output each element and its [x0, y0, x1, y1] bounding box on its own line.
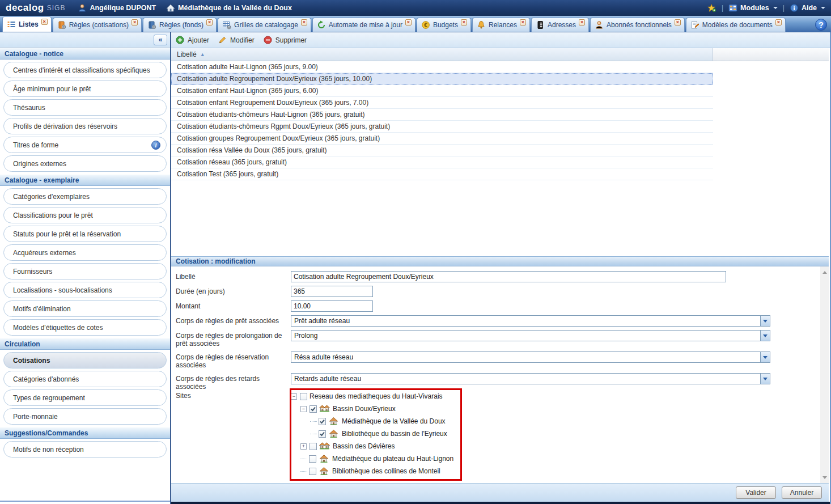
corps-de-regles-des-retards-associees-select[interactable]: Retards adulte réseau	[291, 373, 770, 384]
sidebar-item-origines-externes[interactable]: Origines externes	[3, 155, 167, 172]
add-icon	[176, 36, 185, 45]
table-row[interactable]: Cotisation enfant Haut-Lignon (365 jours…	[171, 85, 713, 97]
abonnes-icon	[595, 20, 604, 29]
sidebar-item-titres-de-forme[interactable]: Titres de formei	[3, 137, 167, 153]
collapse-node-icon[interactable]: −	[291, 393, 297, 400]
sidebar-item-profils-de-derivation-des-reservoirs[interactable]: Profils de dérivation des réservoirs	[3, 118, 167, 134]
sidebar-item-localisations-sous-localisations[interactable]: Localisations - sous-localisations	[3, 282, 167, 298]
sidebar-item-cotisations[interactable]: Cotisations	[3, 352, 167, 369]
sidebar-item-age-minimum-pour-le-pret[interactable]: Âge minimum pour le prêt	[3, 81, 167, 97]
libelle-input[interactable]	[291, 271, 726, 282]
tab-regles-fonds[interactable]: Règles (fonds)×	[143, 18, 217, 32]
supprimer-button[interactable]: Supprimer	[264, 36, 307, 45]
sidebar-item-categories-d-abonnes[interactable]: Catégories d'abonnés	[3, 371, 167, 387]
favorites-star-icon[interactable]	[707, 3, 716, 12]
dropdown-arrow-icon[interactable]	[760, 374, 770, 384]
sidebar-item-classifications-pour-le-pret[interactable]: Classifications pour le prêt	[3, 207, 167, 223]
tab-listes[interactable]: Listes×	[2, 16, 52, 32]
corps-de-regles-de-prolongation-de-pret-associees-select[interactable]: Prolong	[291, 330, 770, 341]
column-header-libelle[interactable]: Libellé ▲	[171, 48, 713, 61]
sidebar-item-categories-d-exemplaires[interactable]: Catégories d'exemplaires	[3, 188, 167, 205]
sidebar-item-types-de-regroupement[interactable]: Types de regroupement	[3, 389, 167, 406]
sidebar-item-porte-monnaie[interactable]: Porte-monnaie	[3, 408, 167, 425]
sidebar-item-label: Localisations - sous-localisations	[13, 286, 112, 294]
reseau-des-mediatheques-du-haut-vivarais-checkbox[interactable]	[300, 393, 307, 400]
modules-menu[interactable]: Modules	[728, 3, 778, 12]
tab-close-icon[interactable]: ×	[675, 19, 681, 26]
ajouter-button[interactable]: Ajouter	[176, 36, 209, 45]
tab-close-icon[interactable]: ×	[206, 19, 213, 26]
dropdown-arrow-icon[interactable]	[760, 316, 770, 326]
dropdown-arrow-icon[interactable]	[760, 352, 770, 362]
dropdown-arrow-icon[interactable]	[760, 331, 770, 341]
sidebar-item-statuts-pour-le-pret-et-la-reservation[interactable]: Statuts pour le prêt et la réservation	[3, 226, 167, 242]
sidebar-item-centres-d-interet-et-classifications-specifiques[interactable]: Centres d'intérêt et classifications spé…	[3, 62, 167, 78]
tab-relances[interactable]: Relances×	[472, 18, 530, 32]
help-button[interactable]: ?	[815, 19, 827, 31]
current-user[interactable]: Angélique DUPONT	[78, 3, 156, 12]
current-site[interactable]: Médiathèque de la Vallée du Doux	[166, 3, 292, 12]
tab-close-icon[interactable]: ×	[405, 19, 412, 26]
bassin-doux-eyrieux-checkbox[interactable]	[309, 405, 317, 413]
table-row[interactable]: Cotisation adulte Regroupement Doux/Eyri…	[171, 73, 713, 85]
table-row[interactable]: Cotisation adulte Haut-Lignon (365 jours…	[171, 61, 713, 73]
table-row[interactable]: Cotisation groupes Regroupement Doux/Eyr…	[171, 133, 713, 145]
tab-close-icon[interactable]: ×	[520, 19, 526, 26]
sidebar-item-motifs-d-elimination[interactable]: Motifs d'élimination	[3, 300, 167, 317]
table-row[interactable]: Cotisation résa Vallée du Doux (365 jour…	[171, 145, 713, 156]
form-scrollbar[interactable]	[820, 266, 829, 483]
valider-button[interactable]: Valider	[736, 486, 776, 499]
mediatheque-du-plateau-du-haut-lignon-checkbox[interactable]	[309, 455, 316, 463]
tab-label: Automate de mise à jour	[329, 21, 402, 29]
table-row[interactable]: Cotisation réseau (365 jours, gratuit)	[171, 156, 713, 168]
libelle-field-row: Libellé	[176, 271, 726, 282]
sidebar-item-modeles-d-etiquettes-de-cotes[interactable]: Modèles d'étiquettes de cotes	[3, 319, 167, 336]
collapse-node-icon[interactable]: −	[300, 406, 307, 412]
tab-adresses[interactable]: Adresses×	[531, 18, 589, 32]
table-row[interactable]: Cotisation enfant Regroupement Doux/Eyri…	[171, 97, 713, 109]
info-icon[interactable]: i	[151, 141, 160, 150]
sidebar-item-acquereurs-externes[interactable]: Acquéreurs externes	[3, 244, 167, 261]
tab-label: Adresses	[548, 21, 576, 29]
tab-budgets[interactable]: €Budgets×	[417, 18, 471, 32]
corps-de-regles-de-pret-associees-select[interactable]: Prêt adulte réseau	[291, 315, 770, 327]
annuler-button[interactable]: Annuler	[782, 486, 822, 499]
table-row[interactable]: Cotisation étudiants-chômeurs Rgpmt Doux…	[171, 121, 713, 133]
budgets-icon: €	[421, 20, 430, 29]
tab-automate-de-mise-a-jour[interactable]: Automate de mise à jour×	[312, 18, 416, 32]
tab-close-icon[interactable]: ×	[132, 19, 138, 26]
tab-abonnes-fonctionnels[interactable]: Abonnés fonctionnels×	[590, 18, 685, 32]
bottom-strip	[171, 502, 831, 504]
table-row[interactable]: Cotisation Test (365 jours, gratuit)	[171, 168, 713, 180]
sidebar-item-label: Catégories d'abonnés	[13, 375, 79, 383]
tab-close-icon[interactable]: ×	[461, 19, 467, 26]
tab-close-icon[interactable]: ×	[41, 19, 48, 25]
expand-node-icon[interactable]: +	[300, 443, 307, 450]
column-header-label: Libellé	[177, 50, 197, 58]
sidebar-item-fournisseurs[interactable]: Fournisseurs	[3, 263, 167, 279]
tool-button-label: Modifier	[230, 36, 255, 44]
table-row[interactable]: Cotisation étudiants-chômeurs Haut-Ligno…	[171, 109, 713, 121]
montant-input[interactable]	[291, 300, 373, 312]
sidebar-item-thesaurus[interactable]: Thésaurus	[3, 99, 167, 116]
sidebar-item-motifs-de-non-reception[interactable]: Motifs de non réception	[3, 441, 167, 458]
tree-node-mediatheque-de-la-vallee-du-doux: Médiathèque de la Vallée du Doux	[291, 415, 453, 427]
scroll-up-icon[interactable]	[820, 268, 829, 277]
sidebar-collapse-button[interactable]: «	[154, 35, 167, 45]
tab-regles-cotisations[interactable]: Règles (cotisations)×	[53, 18, 142, 32]
corps-de-regles-de-reservation-associees-select[interactable]: Résa adulte réseau	[291, 351, 770, 363]
modifier-button[interactable]: Modifier	[218, 36, 255, 45]
mediatheque-de-la-vallee-du-doux-checkbox[interactable]	[319, 418, 326, 425]
bibliotheque-des-collines-de-monteil-checkbox[interactable]	[309, 468, 316, 475]
tab-grilles-de-catalogage[interactable]: Grilles de catalogage×	[218, 18, 311, 32]
tab-close-icon[interactable]: ×	[775, 19, 782, 26]
scroll-down-icon[interactable]	[820, 473, 829, 482]
bibliotheque-du-bassin-de-l-eyrieux-checkbox[interactable]	[319, 430, 326, 438]
tab-modeles-de-documents[interactable]: Modèles de documents×	[686, 18, 786, 32]
bassin-des-devieres-checkbox[interactable]	[309, 443, 317, 450]
form-panel-title: Cotisation : modification	[171, 256, 829, 266]
aide-menu[interactable]: Aide	[790, 3, 825, 12]
tab-close-icon[interactable]: ×	[301, 19, 307, 26]
tab-close-icon[interactable]: ×	[579, 19, 585, 26]
duree-en-jours-input[interactable]	[291, 286, 373, 297]
